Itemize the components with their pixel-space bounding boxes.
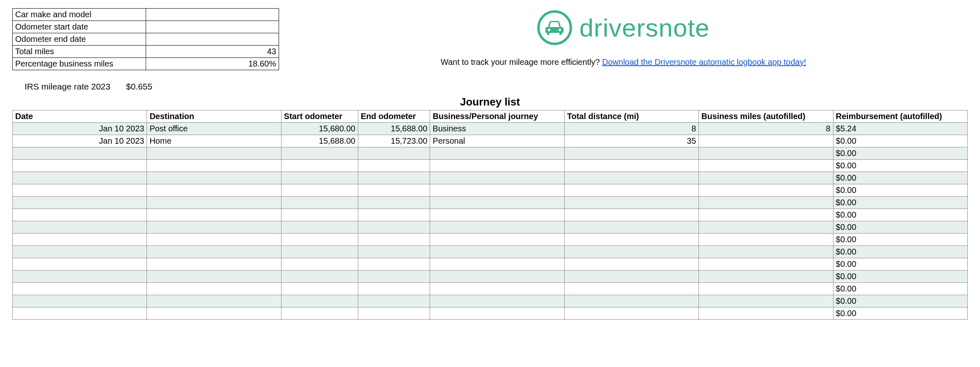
cell-destination[interactable]	[147, 283, 281, 295]
cell-start-odometer[interactable]	[281, 147, 358, 160]
cell-total-distance[interactable]	[564, 295, 698, 307]
cell-end-odometer[interactable]	[358, 271, 430, 283]
cell-destination[interactable]	[147, 209, 281, 221]
cell-end-odometer[interactable]	[358, 184, 430, 197]
cell-start-odometer[interactable]	[281, 197, 358, 209]
cell-destination[interactable]	[147, 234, 281, 246]
cell-total-distance[interactable]: 35	[564, 135, 698, 147]
cell-journey-type[interactable]	[430, 246, 564, 258]
cell-journey-type[interactable]	[430, 234, 564, 246]
cell-destination[interactable]	[147, 221, 281, 234]
cell-journey-type[interactable]	[430, 295, 564, 307]
cell-journey-type[interactable]	[430, 307, 564, 320]
cell-date[interactable]	[13, 295, 147, 307]
cell-end-odometer[interactable]	[358, 209, 430, 221]
cell-journey-type[interactable]	[430, 221, 564, 234]
cell-journey-type[interactable]	[430, 172, 564, 184]
cell-total-distance[interactable]	[564, 172, 698, 184]
cell-end-odometer[interactable]	[358, 295, 430, 307]
cell-total-distance[interactable]	[564, 147, 698, 160]
summary-value[interactable]	[146, 21, 279, 33]
cell-destination[interactable]	[147, 184, 281, 197]
cell-destination[interactable]	[147, 295, 281, 307]
cell-end-odometer[interactable]	[358, 172, 430, 184]
cell-end-odometer[interactable]: 15,723.00	[358, 135, 430, 147]
cell-date[interactable]	[13, 258, 147, 271]
cell-start-odometer[interactable]	[281, 221, 358, 234]
cell-destination[interactable]	[147, 307, 281, 320]
cell-total-distance[interactable]	[564, 307, 698, 320]
summary-value[interactable]	[146, 9, 279, 21]
cell-date[interactable]	[13, 197, 147, 209]
cell-date[interactable]	[13, 221, 147, 234]
cell-start-odometer[interactable]	[281, 246, 358, 258]
cell-journey-type[interactable]	[430, 160, 564, 172]
cell-journey-type[interactable]: Business	[430, 123, 564, 135]
summary-value[interactable]: 18.60%	[146, 58, 279, 70]
cell-start-odometer[interactable]	[281, 258, 358, 271]
cell-total-distance[interactable]	[564, 246, 698, 258]
cell-end-odometer[interactable]	[358, 307, 430, 320]
cell-start-odometer[interactable]: 15,688.00	[281, 135, 358, 147]
cell-journey-type[interactable]	[430, 184, 564, 197]
summary-value[interactable]: 43	[146, 46, 279, 58]
cell-date[interactable]	[13, 184, 147, 197]
cell-journey-type[interactable]	[430, 271, 564, 283]
cell-destination[interactable]	[147, 147, 281, 160]
cell-start-odometer[interactable]	[281, 234, 358, 246]
cell-end-odometer[interactable]: 15,688.00	[358, 123, 430, 135]
cell-total-distance[interactable]	[564, 283, 698, 295]
cell-date[interactable]	[13, 209, 147, 221]
summary-value[interactable]	[146, 33, 279, 46]
cell-total-distance[interactable]	[564, 184, 698, 197]
cell-total-distance[interactable]	[564, 221, 698, 234]
cell-start-odometer[interactable]	[281, 283, 358, 295]
promo-link[interactable]: Download the Driversnote automatic logbo…	[602, 57, 806, 67]
cell-journey-type[interactable]	[430, 197, 564, 209]
cell-date[interactable]: Jan 10 2023	[13, 123, 147, 135]
cell-end-odometer[interactable]	[358, 197, 430, 209]
cell-total-distance[interactable]	[564, 258, 698, 271]
cell-start-odometer[interactable]	[281, 307, 358, 320]
cell-start-odometer[interactable]	[281, 172, 358, 184]
cell-destination[interactable]	[147, 160, 281, 172]
cell-destination[interactable]	[147, 172, 281, 184]
cell-destination[interactable]	[147, 258, 281, 271]
cell-date[interactable]	[13, 283, 147, 295]
cell-end-odometer[interactable]	[358, 246, 430, 258]
cell-total-distance[interactable]	[564, 197, 698, 209]
cell-total-distance[interactable]	[564, 271, 698, 283]
cell-start-odometer[interactable]	[281, 271, 358, 283]
cell-date[interactable]	[13, 234, 147, 246]
cell-date[interactable]	[13, 307, 147, 320]
cell-total-distance[interactable]	[564, 209, 698, 221]
cell-journey-type[interactable]	[430, 283, 564, 295]
cell-date[interactable]	[13, 160, 147, 172]
cell-start-odometer[interactable]: 15,680.00	[281, 123, 358, 135]
cell-end-odometer[interactable]	[358, 147, 430, 160]
cell-journey-type[interactable]: Personal	[430, 135, 564, 147]
cell-total-distance[interactable]: 8	[564, 123, 698, 135]
cell-end-odometer[interactable]	[358, 160, 430, 172]
cell-start-odometer[interactable]	[281, 160, 358, 172]
cell-start-odometer[interactable]	[281, 184, 358, 197]
cell-start-odometer[interactable]	[281, 295, 358, 307]
cell-date[interactable]	[13, 172, 147, 184]
cell-date[interactable]: Jan 10 2023	[13, 135, 147, 147]
cell-end-odometer[interactable]	[358, 234, 430, 246]
cell-destination[interactable]: Post office	[147, 123, 281, 135]
cell-date[interactable]	[13, 246, 147, 258]
cell-date[interactable]	[13, 147, 147, 160]
cell-destination[interactable]	[147, 271, 281, 283]
cell-end-odometer[interactable]	[358, 283, 430, 295]
cell-destination[interactable]: Home	[147, 135, 281, 147]
cell-total-distance[interactable]	[564, 160, 698, 172]
cell-destination[interactable]	[147, 197, 281, 209]
cell-start-odometer[interactable]	[281, 209, 358, 221]
cell-total-distance[interactable]	[564, 234, 698, 246]
cell-end-odometer[interactable]	[358, 221, 430, 234]
cell-destination[interactable]	[147, 246, 281, 258]
cell-journey-type[interactable]	[430, 258, 564, 271]
cell-end-odometer[interactable]	[358, 258, 430, 271]
cell-date[interactable]	[13, 271, 147, 283]
